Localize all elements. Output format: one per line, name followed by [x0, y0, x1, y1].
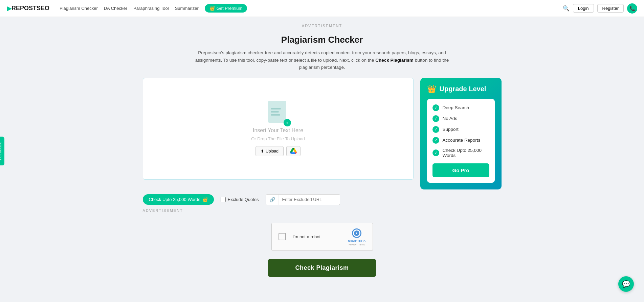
- go-pro-button[interactable]: Go Pro: [432, 163, 489, 177]
- tool-layout: + Insert Your Text Here Or Drop The File…: [143, 78, 502, 189]
- crown-icon: 👑: [209, 6, 215, 11]
- login-button[interactable]: Login: [573, 4, 594, 13]
- feedback-tab[interactable]: Feedback: [0, 137, 4, 165]
- upgrade-item-support: ✓ Support: [432, 126, 489, 133]
- check-plagiarism-button[interactable]: Check Plagiarism: [268, 259, 376, 277]
- crown-upgrade-icon: 👑: [427, 85, 436, 94]
- ad-banner-bottom: ADVERTISEMENT: [143, 208, 502, 213]
- upgrade-title: 👑 Upgrade Level: [427, 85, 495, 94]
- get-premium-button[interactable]: 👑 Get Premium: [205, 4, 247, 13]
- page-title: Plagiarism Checker: [143, 35, 502, 45]
- phone-icon[interactable]: 📞: [627, 3, 637, 14]
- nav-paraphrasing-tool[interactable]: Paraphrasing Tool: [133, 6, 169, 11]
- captcha-label: I'm not a robot: [293, 234, 341, 239]
- url-input-group: 🔗: [266, 194, 340, 205]
- link-icon: 🔗: [266, 195, 279, 205]
- bottom-controls: Check Upto 25,000 Words 👑 Exclude Quotes…: [143, 194, 502, 205]
- google-drive-icon: [290, 148, 297, 154]
- recaptcha-icon: r: [351, 228, 362, 239]
- text-area-inner: + Insert Your Text Here Or Drop The File…: [150, 101, 406, 156]
- upload-buttons: ⬆ Upload: [256, 146, 301, 156]
- search-icon[interactable]: 🔍: [563, 5, 570, 12]
- captcha-checkbox[interactable]: [279, 233, 286, 240]
- page-description: Prepostseo's plagiarism checker free and…: [190, 49, 454, 71]
- recaptcha-logo: r reCAPTCHA Privacy - Terms: [348, 228, 366, 246]
- excluded-url-input[interactable]: [279, 195, 340, 204]
- logo-text: REPOSTSEO: [12, 5, 49, 12]
- upgrade-item-deep-search: ✓ Deep Search: [432, 104, 489, 111]
- nav-da-checker[interactable]: DA Checker: [104, 6, 127, 11]
- upgrade-item-accurate-reports: ✓ Accourate Reports: [432, 137, 489, 144]
- drop-label: Or Drop The File To Upload: [251, 136, 305, 141]
- google-drive-button[interactable]: [286, 146, 301, 156]
- main-content: ADVERTISEMENT Plagiarism Checker Prepost…: [136, 17, 508, 290]
- check-icon-accurate-reports: ✓: [432, 137, 439, 144]
- upload-icon: ⬆: [261, 149, 264, 154]
- nav-summarizer[interactable]: Summarizer: [175, 6, 199, 11]
- recaptcha-sub: Privacy - Terms: [349, 243, 365, 246]
- recaptcha-brand: reCAPTCHA: [348, 239, 366, 243]
- exclude-quotes-checkbox[interactable]: [221, 197, 226, 202]
- text-input-area[interactable]: + Insert Your Text Here Or Drop The File…: [143, 78, 414, 180]
- check-icon-deep-search: ✓: [432, 104, 439, 111]
- nav-links: Plagiarism Checker DA Checker Paraphrasi…: [60, 4, 556, 13]
- logo: ▶REPOSTSEO: [7, 5, 49, 12]
- upgrade-item-no-ads: ✓ No Ads: [432, 115, 489, 122]
- desc-bold: Check Plagiarism: [375, 58, 414, 63]
- crown-words-icon: 👑: [202, 197, 208, 202]
- ad-banner-top: ADVERTISEMENT: [143, 24, 502, 28]
- svg-text:r: r: [356, 231, 357, 235]
- check-btn-section: Check Plagiarism: [143, 259, 502, 277]
- nav-right: 🔍 Login Register 📞: [563, 3, 637, 14]
- upload-button[interactable]: ⬆ Upload: [256, 146, 284, 156]
- check-icon-no-ads: ✓: [432, 115, 439, 122]
- captcha-section: I'm not a robot r reCAPTCHA Privacy - Te…: [143, 223, 502, 251]
- doc-line-3: [271, 114, 281, 116]
- document-icon: +: [268, 101, 288, 125]
- doc-body: [268, 101, 286, 123]
- check-words-button[interactable]: Check Upto 25,000 Words 👑: [143, 194, 214, 205]
- upgrade-panel: 👑 Upgrade Level ✓ Deep Search ✓ No Ads ✓…: [420, 78, 502, 189]
- doc-line-2: [271, 111, 279, 113]
- navbar: ▶REPOSTSEO Plagiarism Checker DA Checker…: [0, 0, 644, 17]
- captcha-box: I'm not a robot r reCAPTCHA Privacy - Te…: [271, 223, 373, 251]
- upgrade-item-check-words: ✓ Check Upto 25,000 Words: [432, 148, 489, 158]
- upload-plus-icon: +: [284, 119, 291, 126]
- insert-text-label: Insert Your Text Here: [253, 127, 303, 134]
- chat-bubble-button[interactable]: 💬: [618, 276, 634, 290]
- exclude-quotes-label[interactable]: Exclude Quotes: [221, 197, 259, 202]
- check-icon-support: ✓: [432, 126, 439, 133]
- chat-icon: 💬: [622, 280, 630, 288]
- nav-plagiarism-checker[interactable]: Plagiarism Checker: [60, 6, 98, 11]
- check-icon-check-words: ✓: [432, 149, 439, 156]
- logo-arrow: ▶: [7, 5, 12, 12]
- upgrade-inner: ✓ Deep Search ✓ No Ads ✓ Support ✓ Accou…: [427, 99, 495, 183]
- register-button[interactable]: Register: [597, 4, 624, 13]
- doc-line-1: [271, 108, 281, 109]
